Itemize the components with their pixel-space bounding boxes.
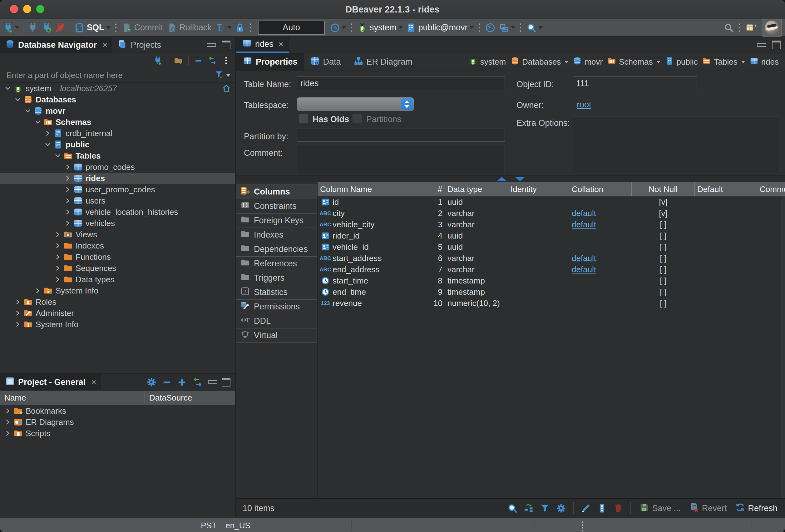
link-editor-icon[interactable] — [206, 55, 219, 67]
dashboard-icon[interactable] — [483, 21, 497, 34]
chevron-down-icon[interactable] — [657, 61, 660, 64]
tree-item-promo-codes[interactable]: promo_codes — [0, 161, 235, 173]
add-column-icon[interactable] — [595, 501, 609, 515]
chevron-right-icon[interactable] — [63, 219, 72, 228]
chevron-right-icon[interactable] — [3, 406, 12, 415]
project-item-scripts[interactable]: Scripts — [0, 428, 235, 439]
tree-item-user-promo-codes[interactable]: user_promo_codes — [0, 184, 235, 195]
tree-item-public[interactable]: public — [0, 139, 235, 150]
tree-item-schemas[interactable]: Schemas — [0, 117, 235, 128]
column-header-column-name[interactable]: Column Name — [318, 182, 385, 196]
perspective-icon[interactable]: ★ — [744, 21, 758, 34]
grid-search-icon[interactable] — [505, 501, 520, 515]
active-schema-label[interactable]: public@movr — [419, 23, 468, 32]
column-header-datasource[interactable]: DataSource — [145, 393, 192, 403]
object-tab-statistics[interactable]: iStatistics — [236, 285, 317, 300]
nav-new-connection-icon[interactable] — [151, 55, 164, 67]
transaction-log-icon[interactable] — [213, 21, 227, 34]
subtab-er-diagram[interactable]: ER Diagram — [347, 53, 419, 71]
column-header-not-null[interactable]: Not Null — [632, 182, 695, 196]
nav-new-connection-dropdown[interactable] — [165, 59, 170, 62]
collation-link[interactable]: default — [572, 220, 596, 229]
minimize-editor-icon[interactable] — [757, 43, 766, 47]
column-row-vehicle-id[interactable]: vehicle_id5uuid[ ] — [318, 241, 781, 253]
chevron-right-icon[interactable] — [63, 196, 72, 205]
collapse-up-icon[interactable] — [497, 177, 507, 181]
compare-icon[interactable] — [497, 21, 511, 34]
chevron-right-icon[interactable] — [53, 275, 62, 284]
connection-dropdown[interactable] — [399, 26, 403, 29]
project-expand-icon[interactable] — [177, 377, 187, 388]
column-header-[interactable]: # — [385, 182, 445, 196]
subtab-data[interactable]: Data — [304, 53, 347, 71]
rollback-icon[interactable] — [165, 21, 179, 34]
object-tab-constraints[interactable]: Constraints — [236, 199, 317, 213]
chevron-right-icon[interactable] — [53, 241, 62, 250]
table-name-input[interactable] — [297, 76, 505, 90]
chevron-right-icon[interactable] — [63, 207, 72, 217]
tab-projects[interactable]: Projects — [112, 37, 166, 53]
revert-button[interactable]: Revert — [686, 502, 730, 515]
schema-dropdown[interactable] — [470, 26, 474, 29]
collation-link[interactable]: default — [572, 265, 596, 274]
grid-filter-icon[interactable] — [538, 501, 552, 515]
search-dropdown[interactable] — [538, 26, 543, 29]
chevron-right-icon[interactable] — [3, 429, 12, 438]
maximize-panel-icon[interactable] — [222, 378, 230, 386]
column-row-start-time[interactable]: start_time8timestamp[ ] — [318, 275, 781, 286]
chevron-down-icon[interactable] — [741, 61, 745, 64]
search-objects-icon[interactable] — [525, 21, 538, 34]
grid-sync-icon[interactable] — [522, 501, 536, 515]
column-header-data-type[interactable]: Data type — [445, 182, 508, 196]
splitter-handle[interactable] — [236, 175, 785, 182]
active-schema-icon[interactable] — [404, 21, 418, 34]
tree-item-system-info[interactable]: System Info — [0, 319, 235, 330]
column-header-collation[interactable]: Collation — [569, 182, 632, 196]
tree-item-movr[interactable]: movr — [0, 105, 235, 117]
column-row-start-address[interactable]: ABCstart_address6varchardefault[ ] — [318, 253, 781, 264]
chevron-right-icon[interactable] — [63, 185, 72, 194]
column-row-end-time[interactable]: end_time9timestamp[ ] — [318, 286, 781, 298]
column-row-end-address[interactable]: ABCend_address7varchardefault[ ] — [318, 264, 781, 275]
project-collapse-icon[interactable] — [162, 377, 172, 388]
tab-rides-editor[interactable]: rides × — [236, 37, 289, 53]
chevron-right-icon[interactable] — [13, 308, 23, 318]
chevron-down-icon[interactable] — [3, 84, 12, 93]
timezone-indicator[interactable]: PST — [197, 518, 221, 532]
refresh-button[interactable]: Refresh — [732, 502, 781, 515]
tree-item-vehicles[interactable]: vehicles — [0, 218, 235, 229]
object-tab-ddl[interactable]: TDDL — [236, 314, 317, 328]
object-tab-indexes[interactable]: Indexes — [236, 228, 317, 242]
chevron-down-icon[interactable] — [53, 151, 62, 160]
maximize-editor-icon[interactable] — [772, 41, 781, 49]
sql-editor-icon[interactable] — [72, 21, 86, 34]
tree-item-administer[interactable]: Administer — [0, 307, 235, 319]
new-connection-icon[interactable] — [1, 21, 15, 34]
tab-database-navigator[interactable]: Database Navigator × — [0, 37, 112, 53]
compare-dropdown[interactable] — [511, 26, 515, 29]
user-profile-button[interactable] — [762, 19, 782, 36]
minimize-panel-icon[interactable] — [207, 43, 216, 47]
collapse-all-icon[interactable] — [192, 55, 205, 67]
chevron-right-icon[interactable] — [63, 174, 72, 183]
chevron-down-icon[interactable] — [43, 140, 52, 149]
partition-by-input[interactable] — [297, 129, 505, 142]
collation-link[interactable]: default — [572, 208, 596, 218]
collation-link[interactable]: default — [572, 254, 596, 263]
column-row-city[interactable]: ABCcity2varchardefault[v] — [318, 208, 781, 219]
object-tab-columns[interactable]: Columns — [236, 184, 317, 199]
commit-icon[interactable] — [120, 21, 134, 34]
close-tab-icon[interactable]: × — [279, 39, 283, 49]
chevron-down-icon[interactable] — [564, 61, 568, 64]
chevron-right-icon[interactable] — [53, 230, 62, 239]
breadcrumb-databases[interactable]: Databases — [509, 56, 569, 68]
tree-item-roles[interactable]: Roles — [0, 296, 235, 307]
minimize-panel-icon[interactable] — [208, 380, 217, 384]
tree-item-databases[interactable]: Databases — [0, 94, 235, 105]
sql-editor-label[interactable]: SQL — [87, 23, 104, 32]
object-tab-permissions[interactable]: Permissions — [236, 299, 317, 314]
column-row-id[interactable]: id1uuid[v] — [318, 196, 781, 208]
project-link-icon[interactable] — [192, 377, 204, 388]
commit-label[interactable]: Commit — [134, 23, 163, 32]
partitions-checkbox[interactable] — [353, 114, 362, 123]
